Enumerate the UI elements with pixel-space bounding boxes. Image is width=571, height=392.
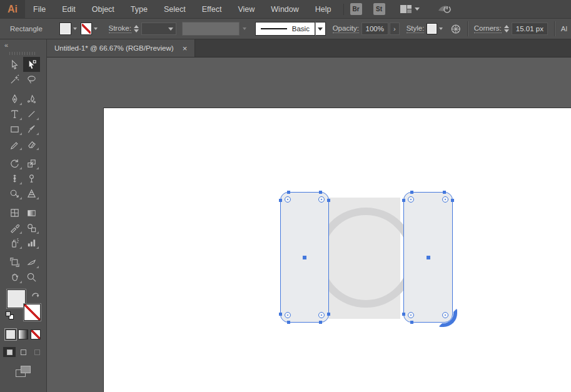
curvature-tool[interactable] [23, 91, 40, 106]
recolor-artwork-icon[interactable] [451, 24, 461, 34]
style-chevron-icon[interactable] [439, 28, 443, 30]
paintbrush-tool[interactable] [23, 121, 40, 136]
eyedropper-tool[interactable] [6, 220, 23, 235]
perspective-grid-tool[interactable] [23, 186, 40, 201]
anchor-point[interactable] [451, 199, 454, 202]
artboard-tool[interactable] [6, 254, 23, 269]
center-point[interactable] [303, 256, 306, 259]
live-corner-widget[interactable] [285, 196, 291, 203]
stroke-weight-combo[interactable] [141, 23, 176, 35]
selected-rounded-rectangle-right[interactable] [403, 192, 453, 323]
canvas[interactable] [47, 58, 571, 392]
scale-tool[interactable] [23, 156, 40, 171]
opacity-label[interactable]: Opacity: [333, 24, 359, 33]
anchor-point[interactable] [410, 191, 413, 194]
selected-rounded-rectangle-left[interactable] [280, 192, 329, 323]
corners-stepper[interactable] [504, 25, 509, 33]
rotate-tool[interactable] [6, 156, 23, 171]
document-tab[interactable]: Untitled-1* @ 66.67% (RGB/Preview) × [47, 39, 195, 57]
magic-wand-tool[interactable] [6, 72, 23, 87]
color-button[interactable] [6, 329, 16, 339]
anchor-point[interactable] [327, 313, 330, 316]
eraser-tool[interactable] [23, 136, 40, 151]
swap-fill-stroke-icon[interactable] [31, 289, 40, 301]
cc-sync-icon[interactable] [437, 3, 452, 16]
live-corner-widget[interactable] [318, 196, 325, 203]
live-corner-widget[interactable] [408, 312, 414, 318]
anchor-point[interactable] [319, 191, 322, 194]
collapse-panel-button[interactable]: « [0, 39, 12, 49]
lasso-tool[interactable] [23, 72, 40, 87]
anchor-point[interactable] [402, 199, 405, 202]
default-fill-stroke-icon[interactable] [6, 311, 14, 319]
panel-grip[interactable] [9, 52, 37, 55]
stroke-chevron-icon[interactable] [94, 28, 98, 30]
live-corner-widget[interactable] [285, 312, 291, 318]
menu-window[interactable]: Window [263, 0, 306, 19]
anchor-point[interactable] [402, 313, 405, 316]
anchor-point[interactable] [327, 199, 330, 202]
stock-button[interactable]: St [373, 3, 385, 15]
anchor-point[interactable] [319, 321, 322, 324]
style-swatch[interactable] [427, 23, 437, 34]
menu-view[interactable]: View [230, 0, 263, 19]
live-corner-widget[interactable] [408, 196, 414, 203]
rectangle-tool[interactable] [6, 121, 23, 136]
anchor-point[interactable] [287, 321, 290, 324]
menu-help[interactable]: Help [307, 0, 340, 19]
center-point[interactable] [427, 256, 430, 259]
anchor-point[interactable] [279, 199, 282, 202]
hand-tool[interactable] [6, 269, 23, 284]
menu-effect[interactable]: Effect [194, 0, 230, 19]
stroke-color-swatch[interactable] [24, 304, 41, 321]
fill-swatch[interactable] [59, 23, 71, 35]
pen-tool[interactable] [6, 91, 23, 106]
bridge-button[interactable]: Br [350, 3, 362, 15]
opacity-flyout-arrow[interactable]: › [390, 23, 400, 35]
stroke-weight-stepper[interactable] [134, 25, 139, 33]
none-button[interactable] [31, 329, 41, 339]
anchor-point[interactable] [279, 313, 282, 316]
fill-chevron-icon[interactable] [73, 28, 77, 30]
slice-tool[interactable] [23, 254, 40, 269]
menu-edit[interactable]: Edit [54, 0, 84, 19]
fill-color-swatch[interactable] [7, 289, 26, 308]
stroke-weight-label[interactable]: Stroke: [109, 24, 131, 33]
tab-close-icon[interactable]: × [183, 44, 188, 53]
selection-tool[interactable] [6, 57, 23, 72]
mesh-tool[interactable] [6, 205, 23, 220]
anchor-point[interactable] [287, 191, 290, 194]
menu-select[interactable]: Select [156, 0, 194, 19]
gradient-button[interactable] [18, 329, 28, 339]
zoom-tool[interactable] [23, 269, 40, 284]
direct-selection-tool[interactable] [23, 57, 40, 72]
gradient-tool[interactable] [23, 205, 40, 220]
anchor-point[interactable] [443, 191, 446, 194]
width-tool[interactable] [6, 171, 23, 186]
line-segment-tool[interactable] [23, 106, 40, 121]
brush-definition-chevron[interactable] [315, 22, 326, 36]
workspace-switcher[interactable] [400, 5, 420, 13]
stroke-swatch[interactable] [81, 23, 93, 35]
shape-builder-tool[interactable] [6, 186, 23, 201]
menu-file[interactable]: File [25, 0, 54, 19]
menu-object[interactable]: Object [84, 0, 123, 19]
anchor-point[interactable] [410, 321, 413, 324]
menu-type[interactable]: Type [123, 0, 156, 19]
type-tool[interactable] [6, 106, 23, 121]
circle-ring-object[interactable] [316, 208, 416, 308]
draw-behind-button[interactable] [17, 347, 29, 357]
opacity-field[interactable]: 100% [361, 23, 388, 35]
puppet-warp-tool[interactable] [23, 171, 40, 186]
corners-label[interactable]: Corners: [474, 24, 502, 33]
blend-tool[interactable] [23, 220, 40, 235]
symbol-sprayer-tool[interactable] [6, 235, 23, 250]
change-screen-mode-button[interactable] [16, 366, 31, 377]
style-label[interactable]: Style: [407, 24, 425, 33]
draw-normal-button[interactable] [3, 347, 16, 357]
live-corner-widget[interactable] [318, 312, 325, 318]
brush-definition-dropdown[interactable]: Basic [255, 22, 315, 36]
live-corner-widget[interactable] [442, 196, 448, 203]
shaper-tool[interactable] [6, 136, 23, 151]
corners-field[interactable]: 15.01 px [512, 23, 548, 35]
